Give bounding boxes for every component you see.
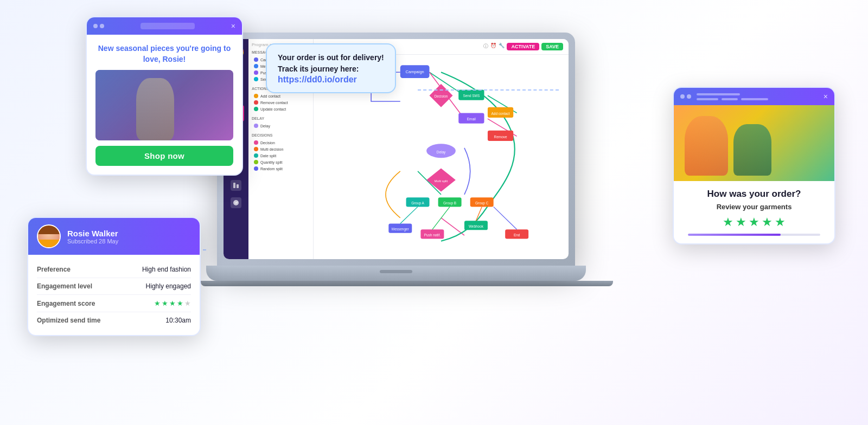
svg-text:Remove: Remove <box>494 135 507 139</box>
delivery-bubble: Your order is out for delivery! Track it… <box>266 43 396 93</box>
delay-dot <box>254 124 258 128</box>
star-2: ★ <box>162 299 168 307</box>
svg-text:Messenger: Messenger <box>392 227 410 231</box>
review-popup-close[interactable]: × <box>824 92 828 101</box>
laptop: ⚡ <box>201 33 591 369</box>
svg-text:Push notif.: Push notif. <box>424 233 441 237</box>
svg-rect-6 <box>233 183 235 188</box>
engagement-level-value: Highly engaged <box>146 282 191 290</box>
rp-star-4[interactable]: ★ <box>762 215 773 229</box>
laptop-foot <box>201 281 613 286</box>
delivery-link[interactable]: https://dd0.io/order <box>278 75 384 85</box>
email-popup: × New seasonal pieces you're going to lo… <box>86 16 243 176</box>
review-body: How was your order? Review your garments… <box>674 181 834 243</box>
delivery-text-line1: Your order is out for delivery! <box>278 52 384 63</box>
review-titlebar: × <box>674 88 834 105</box>
dotted-line-delivery-right <box>418 89 559 91</box>
review-title: How was your order? <box>682 189 826 199</box>
profile-info: Rosie Walker Subscribed 28 May <box>67 229 118 244</box>
quantity-split-dot <box>254 160 258 164</box>
ep-dot-2 <box>100 24 104 28</box>
lp-date-split[interactable]: Date split <box>252 152 310 159</box>
rp-url-bar <box>697 93 740 95</box>
messenger-dot <box>254 64 258 68</box>
svg-rect-7 <box>237 184 239 188</box>
decisions-section: Decisions Decision Multi decision Date s… <box>252 133 310 172</box>
svg-text:Multi split: Multi split <box>435 179 448 183</box>
preference-value: High end fashion <box>142 266 191 273</box>
svg-text:Add contact: Add contact <box>492 112 510 115</box>
svg-text:Decision: Decision <box>435 94 448 98</box>
delivery-text-line2: Track its journey here: <box>278 63 384 75</box>
rp-dot-1 <box>680 94 685 99</box>
date-split-dot <box>254 153 258 158</box>
review-progress-bar <box>688 234 820 236</box>
svg-text:Delay: Delay <box>437 150 446 154</box>
pc-row-engagement-level: Engagement level Highly engaged <box>37 278 191 295</box>
activate-button[interactable]: ACTIVATE <box>507 43 539 50</box>
canvas-actions: ⓘ ⏰ 🔧 ACTIVATE SAVE <box>483 43 563 50</box>
review-image-overlay <box>674 105 834 181</box>
add-contact-dot <box>254 94 258 98</box>
engagement-score-label: Engagement score <box>37 300 95 307</box>
rp-bar-1 <box>697 98 718 100</box>
svg-text:Group B: Group B <box>443 201 456 205</box>
sidebar-icon-7[interactable] <box>231 197 241 208</box>
canvas-icon-2[interactable]: ⏰ <box>490 43 496 50</box>
svg-text:Group A: Group A <box>411 201 424 205</box>
remove-contact-dot <box>254 100 258 105</box>
rp-bar-3 <box>741 98 768 100</box>
campaign-dot <box>254 57 258 62</box>
email-popup-titlebar: × <box>87 17 242 35</box>
profile-name: Rosie Walker <box>67 229 118 238</box>
lp-quantity-split[interactable]: Quantity split <box>252 159 310 165</box>
profile-body: Preference High end fashion Engagement l… <box>28 255 200 335</box>
rp-star-3[interactable]: ★ <box>749 215 760 229</box>
update-contact-dot <box>254 107 258 111</box>
push-dot <box>254 70 258 75</box>
review-progress-fill <box>688 234 781 236</box>
lp-update-contact[interactable]: Update contact <box>252 106 310 112</box>
sms-dot <box>254 77 258 81</box>
send-time-label: Optimized send time <box>37 317 100 324</box>
lp-add-contact[interactable]: Add contact <box>252 93 310 99</box>
save-button[interactable]: SAVE <box>541 43 563 50</box>
scene: × New seasonal pieces you're going to lo… <box>0 0 868 425</box>
review-subtitle: Review your garments <box>682 203 826 211</box>
ep-url-bar <box>141 23 195 29</box>
pc-row-engagement-score: Engagement score ★ ★ ★ ★ ★ <box>37 295 191 312</box>
email-popup-body: New seasonal pieces you're going to love… <box>87 35 242 175</box>
svg-text:End: End <box>514 233 520 237</box>
ep-dot-1 <box>93 24 98 28</box>
email-tagline: New seasonal pieces you're going to love… <box>95 43 233 65</box>
rp-bar-2 <box>722 98 738 100</box>
delay-section: Delay Delay <box>252 117 310 129</box>
rp-star-1[interactable]: ★ <box>723 215 733 229</box>
multi-decision-dot <box>254 147 258 151</box>
email-image <box>95 70 233 140</box>
pc-row-preference: Preference High end fashion <box>37 261 191 278</box>
svg-text:Email: Email <box>467 117 476 121</box>
lp-delay[interactable]: Delay <box>252 123 310 129</box>
review-image <box>674 105 834 181</box>
email-popup-close[interactable]: × <box>231 22 235 30</box>
shop-now-button[interactable]: Shop now <box>95 146 233 166</box>
canvas-icon-1[interactable]: ⓘ <box>483 43 488 50</box>
lp-remove-contact[interactable]: Remove contact <box>252 99 310 106</box>
svg-text:Send SMS: Send SMS <box>463 94 480 98</box>
canvas-icon-3[interactable]: 🔧 <box>499 43 505 50</box>
rp-bars <box>697 98 818 100</box>
random-split-dot <box>254 166 258 171</box>
lp-decision[interactable]: Decision <box>252 139 310 146</box>
lp-multi-decision[interactable]: Multi decision <box>252 146 310 152</box>
rp-dot-2 <box>687 94 691 99</box>
engagement-level-label: Engagement level <box>37 282 92 290</box>
sidebar-icon-6[interactable] <box>231 180 241 191</box>
star-4: ★ <box>177 299 183 307</box>
lp-random-split[interactable]: Random split <box>252 165 310 172</box>
rp-star-5[interactable]: ★ <box>775 215 786 229</box>
pc-row-send-time: Optimized send time 10:30am <box>37 312 191 329</box>
rp-dots <box>680 94 691 99</box>
rp-star-2[interactable]: ★ <box>736 215 746 229</box>
tagline-name: Rosie! <box>163 55 186 63</box>
